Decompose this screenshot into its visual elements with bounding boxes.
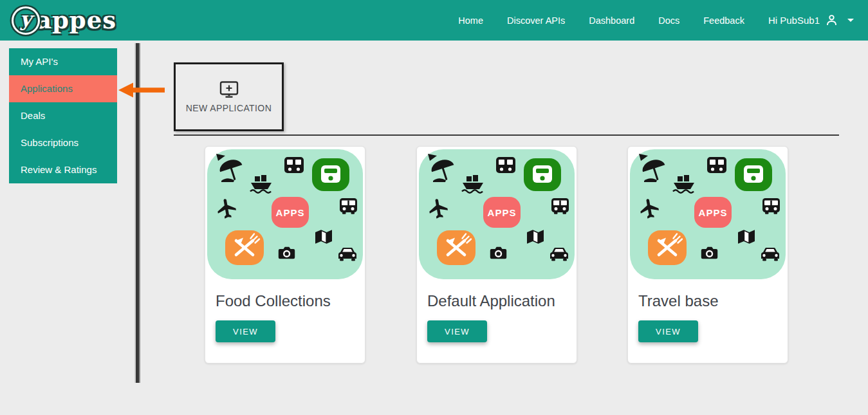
left-arrow-icon <box>118 82 165 98</box>
person-outline-icon <box>825 14 838 27</box>
sidebar-item-label: Applications <box>21 83 73 94</box>
application-card: Food Collections VIEW <box>205 146 365 364</box>
new-application-button[interactable]: NEW APPLICATION <box>174 62 284 131</box>
sidebar-item-label: My API's <box>21 56 58 67</box>
user-menu[interactable]: Hi PubSub1 <box>768 14 854 27</box>
application-title: Default Application <box>427 292 577 310</box>
nav-home[interactable]: Home <box>458 15 483 26</box>
section-divider <box>174 134 839 136</box>
nav-docs[interactable]: Docs <box>658 15 679 26</box>
brand-logo-letter: y <box>20 9 32 29</box>
header-nav: Home Discover APIs Dashboard Docs Feedba… <box>458 14 854 27</box>
nav-discover-apis[interactable]: Discover APIs <box>507 15 565 26</box>
sidebar-item-review-ratings[interactable]: Review & Ratings <box>9 156 117 183</box>
brand-logo-wordmark: appes <box>36 8 116 32</box>
application-thumbnail <box>207 149 363 279</box>
add-to-queue-icon <box>219 81 239 98</box>
brand-logo[interactable]: y appes <box>12 6 116 35</box>
brand-logo-circle: y <box>12 6 40 35</box>
view-button[interactable]: VIEW <box>427 320 487 342</box>
chevron-down-icon <box>847 19 854 22</box>
sidebar: My API's Applications Deals Subscription… <box>9 48 117 183</box>
sidebar-item-label: Deals <box>21 110 45 121</box>
sidebar-item-deals[interactable]: Deals <box>9 102 117 129</box>
sidebar-item-label: Review & Ratings <box>21 164 97 175</box>
sidebar-item-applications[interactable]: Applications <box>9 75 117 102</box>
app-header: y appes Home Discover APIs Dashboard Doc… <box>0 0 868 41</box>
view-button[interactable]: VIEW <box>216 320 275 342</box>
application-card: Default Application VIEW <box>416 146 577 364</box>
new-application-label: NEW APPLICATION <box>186 103 272 113</box>
application-thumbnail <box>630 149 786 279</box>
view-button[interactable]: VIEW <box>638 320 698 342</box>
application-card: Travel base VIEW <box>627 146 788 364</box>
application-thumbnail <box>419 149 575 279</box>
application-title: Food Collections <box>216 292 365 310</box>
sidebar-item-my-apis[interactable]: My API's <box>9 48 117 75</box>
application-title: Travel base <box>638 292 788 310</box>
nav-feedback[interactable]: Feedback <box>703 15 744 26</box>
nav-dashboard[interactable]: Dashboard <box>589 15 634 26</box>
user-greeting: Hi PubSub1 <box>768 15 820 26</box>
sidebar-item-subscriptions[interactable]: Subscriptions <box>9 129 117 156</box>
sidebar-item-label: Subscriptions <box>21 137 78 148</box>
